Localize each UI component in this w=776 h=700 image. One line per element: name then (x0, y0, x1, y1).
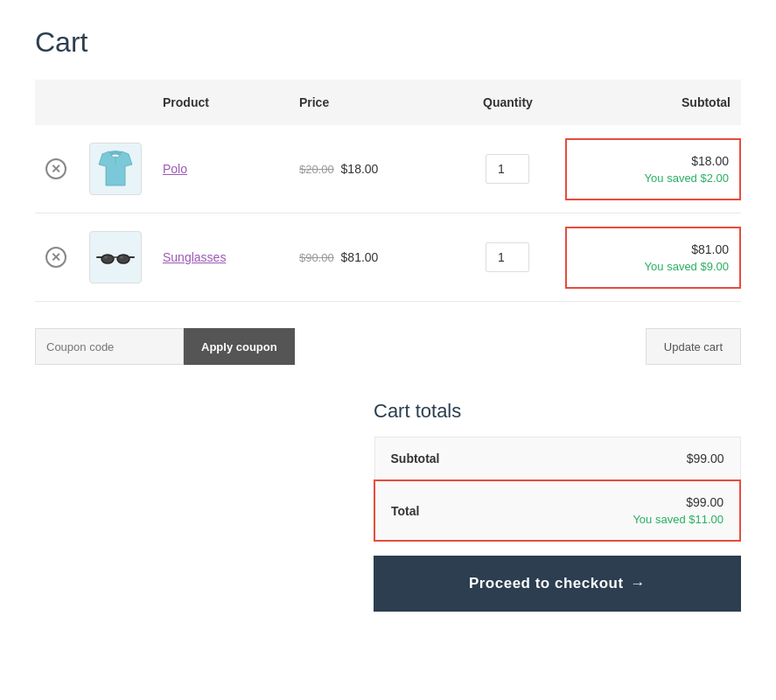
price-cell-polo: $20.00 $18.00 (289, 125, 451, 214)
remove-cell-sunglasses: ✕ (35, 214, 79, 302)
polo-image (94, 147, 137, 191)
polo-product-link[interactable]: Polo (163, 162, 187, 176)
totals-table: Subtotal $99.00 Total $99.00 You saved $… (374, 437, 741, 542)
subtotal-label: Subtotal (374, 438, 520, 481)
cart-totals-section: Cart totals Subtotal $99.00 Total $99.00… (35, 400, 741, 612)
total-value: $99.00 (535, 495, 724, 509)
polo-saved-amount: You saved $2.00 (577, 172, 729, 185)
cart-totals-box: Cart totals Subtotal $99.00 Total $99.00… (374, 400, 741, 612)
subtotal-value: $99.00 (520, 438, 740, 481)
quantity-cell-polo (451, 125, 565, 214)
cart-table-header: Product Price Quantity Subtotal (35, 80, 741, 125)
coupon-input[interactable] (35, 328, 184, 365)
sunglasses-price-old: $90.00 (299, 251, 334, 264)
subtotal-cell-sunglasses: $81.00 You saved $9.00 (565, 214, 741, 302)
checkout-button[interactable]: Proceed to checkout→ (374, 556, 741, 612)
subtotal-cell-polo: $18.00 You saved $2.00 (565, 125, 741, 214)
svg-point-2 (101, 255, 114, 263)
col-product-header: Product (152, 80, 289, 125)
polo-subtotal-amount: $18.00 (577, 154, 729, 168)
col-price-header: Price (289, 80, 451, 125)
total-row: Total $99.00 You saved $11.00 (374, 480, 740, 541)
sunglasses-image (94, 235, 137, 279)
col-remove-header (35, 80, 79, 125)
col-quantity-header: Quantity (451, 80, 565, 125)
remove-sunglasses-button[interactable]: ✕ (45, 247, 66, 268)
col-image-header (79, 80, 152, 125)
svg-point-7 (120, 256, 123, 259)
checkout-arrow-icon: → (631, 575, 647, 592)
sunglasses-subtotal-box: $81.00 You saved $9.00 (565, 227, 741, 289)
svg-point-4 (117, 255, 129, 263)
cart-table: Product Price Quantity Subtotal ✕ (35, 80, 741, 302)
product-cell-polo: Polo (152, 125, 289, 214)
image-cell-polo (79, 125, 152, 214)
cart-row-polo: ✕ Polo $20.00 (35, 125, 741, 214)
coupon-section: Apply coupon (35, 328, 295, 365)
total-saved: You saved $11.00 (535, 513, 724, 526)
sunglasses-subtotal-amount: $81.00 (577, 242, 729, 256)
sunglasses-saved-amount: You saved $9.00 (577, 260, 729, 273)
subtotal-row: Subtotal $99.00 (374, 438, 740, 481)
update-cart-button[interactable]: Update cart (646, 328, 741, 365)
remove-polo-button[interactable]: ✕ (45, 158, 66, 179)
sunglasses-product-link[interactable]: Sunglasses (163, 250, 226, 264)
col-subtotal-header: Subtotal (565, 80, 741, 125)
polo-price-old: $20.00 (299, 163, 334, 176)
checkout-label: Proceed to checkout (469, 575, 624, 592)
quantity-cell-sunglasses (451, 214, 565, 302)
sunglasses-image-box (89, 231, 142, 284)
apply-coupon-button[interactable]: Apply coupon (184, 328, 295, 365)
polo-subtotal-box: $18.00 You saved $2.00 (565, 138, 741, 200)
cart-actions: Apply coupon Update cart (35, 328, 741, 365)
page-title: Cart (35, 26, 741, 59)
polo-image-box (89, 143, 142, 195)
sunglasses-price-new: $81.00 (341, 250, 379, 264)
image-cell-sunglasses (79, 214, 152, 302)
total-label: Total (374, 480, 520, 541)
price-cell-sunglasses: $90.00 $81.00 (289, 214, 451, 302)
page-container: Cart Product Price Quantity Subtotal ✕ (0, 0, 776, 647)
cart-totals-title: Cart totals (374, 400, 741, 423)
polo-quantity-input[interactable] (486, 154, 529, 184)
svg-point-6 (104, 256, 108, 259)
remove-cell-polo: ✕ (35, 125, 79, 214)
product-cell-sunglasses: Sunglasses (152, 214, 289, 302)
polo-price-new: $18.00 (341, 162, 379, 176)
total-value-cell: $99.00 You saved $11.00 (520, 480, 740, 541)
sunglasses-quantity-input[interactable] (486, 242, 529, 272)
cart-row-sunglasses: ✕ (35, 214, 741, 302)
